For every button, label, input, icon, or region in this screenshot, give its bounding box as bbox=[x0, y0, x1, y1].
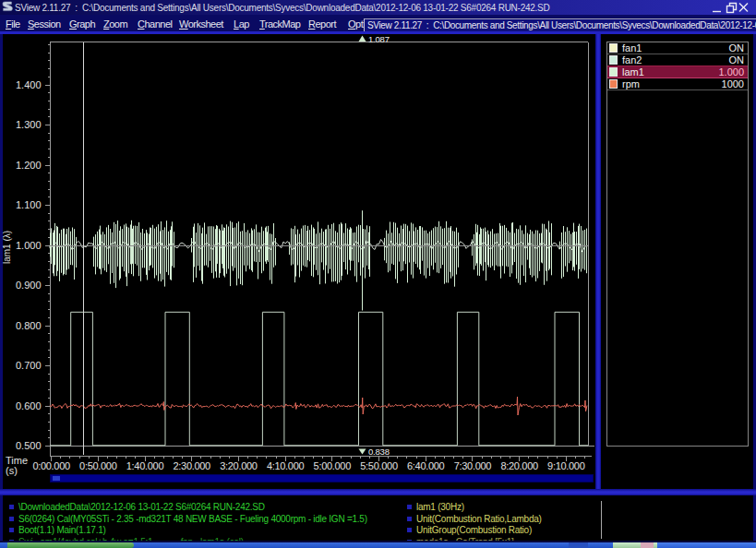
svg-text:1.100: 1.100 bbox=[16, 199, 42, 210]
svg-text:8:20.000: 8:20.000 bbox=[500, 460, 538, 471]
svg-text:6:40.000: 6:40.000 bbox=[407, 460, 445, 471]
svg-text:1.300: 1.300 bbox=[16, 119, 42, 130]
svg-text:3:20.000: 3:20.000 bbox=[220, 460, 258, 471]
svg-text:0.838: 0.838 bbox=[368, 447, 390, 457]
svg-text:0.700: 0.700 bbox=[16, 360, 42, 371]
svg-text:5:50.000: 5:50.000 bbox=[360, 460, 398, 471]
svg-text:7:30.000: 7:30.000 bbox=[454, 460, 492, 471]
svg-text:0:00.000: 0:00.000 bbox=[32, 460, 70, 471]
svg-text:9:10.000: 9:10.000 bbox=[547, 460, 585, 471]
svg-text:2:30.000: 2:30.000 bbox=[173, 460, 210, 471]
svg-text:5:00.000: 5:00.000 bbox=[314, 460, 352, 471]
svg-text:0.800: 0.800 bbox=[16, 320, 42, 331]
svg-text:1.000: 1.000 bbox=[16, 240, 42, 251]
svg-text:0.500: 0.500 bbox=[16, 440, 42, 451]
svg-text:1.400: 1.400 bbox=[16, 79, 42, 90]
svg-text:4:10.000: 4:10.000 bbox=[267, 460, 305, 471]
svg-text:(s): (s) bbox=[6, 465, 18, 476]
svg-text:1.200: 1.200 bbox=[16, 160, 42, 171]
svg-text:1:40.000: 1:40.000 bbox=[126, 460, 164, 471]
svg-text:0:50.000: 0:50.000 bbox=[79, 460, 117, 471]
svg-text:1.087: 1.087 bbox=[368, 34, 390, 44]
svg-text:0.600: 0.600 bbox=[16, 400, 42, 411]
svg-text:0.900: 0.900 bbox=[16, 280, 42, 291]
svg-text:lam1 (λ): lam1 (λ) bbox=[2, 231, 12, 264]
